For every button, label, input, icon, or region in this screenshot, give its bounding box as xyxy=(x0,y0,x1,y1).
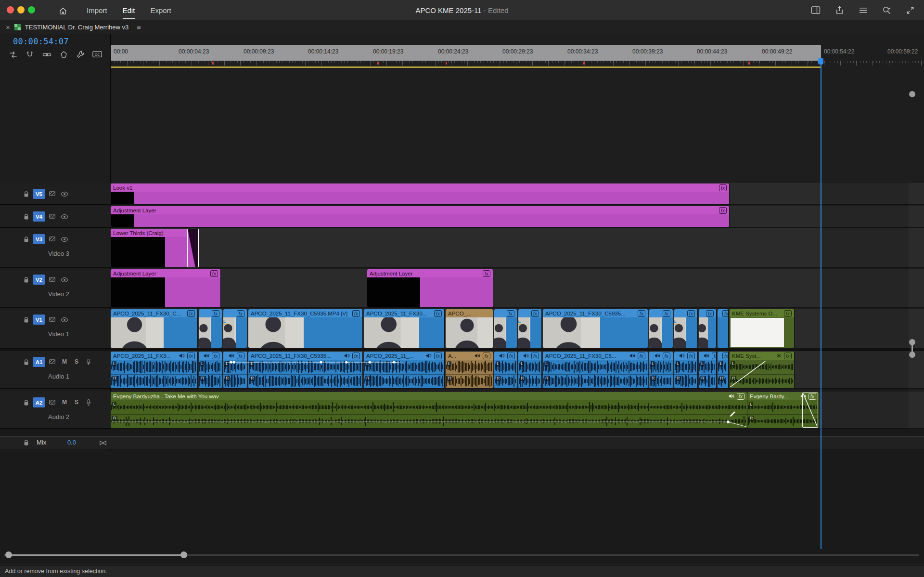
horizontal-scrollbar-thumb[interactable] xyxy=(9,554,184,556)
timeline-clip[interactable]: fxKME xyxy=(518,309,542,348)
captions-icon[interactable]: CC xyxy=(91,49,103,60)
close-icon[interactable]: × xyxy=(6,24,10,31)
voiceover-record-icon[interactable] xyxy=(86,358,91,366)
menu-edit[interactable]: Edit xyxy=(123,6,135,14)
timeline-clip[interactable]: fx xyxy=(649,309,673,348)
sync-lock-icon[interactable] xyxy=(49,276,56,283)
timeline-clip[interactable]: Evgeny Bardyuzha - Take Me with You.wavf… xyxy=(111,392,747,428)
marker-icon[interactable] xyxy=(58,49,69,60)
timeline-clip[interactable]: fxLR xyxy=(494,352,517,388)
fx-badge[interactable]: fx xyxy=(531,353,539,359)
fx-badge[interactable]: fx xyxy=(507,353,515,359)
solo-button[interactable]: S xyxy=(75,358,78,365)
timeline-clip[interactable]: APCO_2025_11_FX3...fxLR xyxy=(111,352,198,388)
workspace-icon[interactable] xyxy=(810,5,821,15)
timeline-clip[interactable]: KME Syst...fxLR xyxy=(730,352,795,388)
timeline-clip[interactable]: Look v1fx xyxy=(111,184,730,204)
linked-selection-icon[interactable] xyxy=(41,49,52,60)
pan-icon[interactable] xyxy=(99,440,107,446)
fx-badge[interactable]: fx xyxy=(638,310,645,317)
sequence-marker[interactable] xyxy=(583,62,585,65)
zoom-handle-right[interactable] xyxy=(180,551,187,558)
timeline-clip[interactable]: fxLR xyxy=(518,352,542,388)
timeline-clip[interactable]: fxKME xyxy=(223,309,247,348)
timeline-settings-icon[interactable] xyxy=(75,49,86,60)
track-target-v4[interactable]: V4 xyxy=(33,211,45,222)
panel-menu-icon[interactable]: ≡ xyxy=(137,23,141,31)
home-icon[interactable] xyxy=(57,5,69,16)
vertical-scrollbar-handle[interactable] xyxy=(909,339,915,345)
selected-clip-end[interactable] xyxy=(187,229,199,267)
toggle-track-output-icon[interactable] xyxy=(61,317,68,323)
track-lane-v3[interactable] xyxy=(111,228,924,268)
fx-badge[interactable]: fx xyxy=(434,310,442,317)
sync-lock-icon[interactable] xyxy=(49,190,56,197)
track-target-a1[interactable]: A1 xyxy=(33,357,45,367)
timeline-clip[interactable]: Adjustment Layerfx xyxy=(111,206,730,227)
zoom-window-button[interactable] xyxy=(28,6,35,13)
vertical-scrollbar-handle[interactable] xyxy=(909,91,915,97)
snap-icon[interactable] xyxy=(24,49,36,60)
sequence-marker[interactable] xyxy=(748,62,750,65)
fx-badge[interactable]: fx xyxy=(687,310,695,317)
mute-button[interactable]: M xyxy=(62,358,67,365)
timeline-clip[interactable]: APCO_2025_11_FX30_C5935...fxLR xyxy=(248,352,363,388)
menu-import[interactable]: Import xyxy=(87,6,107,14)
timeline-clip[interactable]: fx xyxy=(699,309,717,348)
toggle-track-output-icon[interactable] xyxy=(61,277,68,283)
zoom-tool-icon[interactable] xyxy=(881,5,892,15)
lock-icon[interactable] xyxy=(23,399,29,406)
track-lane-v2[interactable] xyxy=(111,269,924,308)
fx-badge[interactable]: fx xyxy=(722,353,729,359)
vertical-scrollbar-handle[interactable] xyxy=(909,352,915,358)
fx-badge[interactable]: fx xyxy=(434,353,442,359)
sequence-tab[interactable]: TESTIMONIAL Dr. Craig Merrihew v3 xyxy=(25,24,129,31)
fx-badge[interactable]: fx xyxy=(187,310,195,317)
timeline-clip[interactable]: APCO_2025_11_FX30...fx xyxy=(364,309,445,348)
timeline-clip[interactable]: Lower Thirds (Craig)fx xyxy=(111,229,199,267)
fx-badge[interactable]: fx xyxy=(638,353,645,359)
lock-icon[interactable] xyxy=(23,236,29,243)
share-icon[interactable] xyxy=(834,5,845,15)
sequence-marker[interactable] xyxy=(377,62,379,65)
fx-badge[interactable]: fx xyxy=(210,270,218,277)
fx-badge[interactable]: fx xyxy=(719,207,727,214)
timeline-clip[interactable]: APCO_2025_11_FX30_C5935.MP4 [V]fx xyxy=(248,309,363,348)
app-menu-icon[interactable] xyxy=(858,5,868,15)
timeline-clip[interactable]: fxLR xyxy=(223,352,247,388)
timeline-clip[interactable]: A...fxLR xyxy=(446,352,493,388)
sequence-marker[interactable] xyxy=(446,62,447,65)
sequence-marker[interactable] xyxy=(212,62,214,65)
lock-icon[interactable] xyxy=(23,191,29,197)
fx-badge[interactable]: fx xyxy=(237,310,244,317)
fx-badge[interactable]: fx xyxy=(483,270,490,277)
fx-badge[interactable]: fx xyxy=(483,353,490,359)
lock-icon[interactable] xyxy=(23,359,29,366)
timeline-clip[interactable]: APCO_2025_11_FX30_C...fx xyxy=(111,309,198,348)
timeline-clip[interactable]: Adjustment Layerfx xyxy=(367,269,493,307)
track-target-v2[interactable]: V2 xyxy=(33,275,45,285)
timeline-clip[interactable]: fxLR xyxy=(718,352,729,388)
toggle-track-output-icon[interactable] xyxy=(61,191,68,197)
fullscreen-icon[interactable] xyxy=(905,5,915,15)
lock-icon[interactable] xyxy=(23,439,29,446)
fx-badge[interactable]: fx xyxy=(737,393,744,400)
fx-badge[interactable]: fx xyxy=(531,310,539,317)
fx-badge[interactable]: fx xyxy=(237,353,244,359)
fx-badge[interactable]: fx xyxy=(507,310,514,317)
voiceover-record-icon[interactable] xyxy=(86,399,91,406)
timeline-clip[interactable]: APCO_2025_11_FX30_C5...fxLR xyxy=(543,352,648,388)
fx-badge[interactable]: fx xyxy=(212,310,219,317)
track-select-icon[interactable] xyxy=(7,49,19,60)
fx-badge[interactable]: fx xyxy=(212,353,219,359)
track-target-v3[interactable]: V3 xyxy=(33,234,45,244)
timeline-clip[interactable]: Evgeny Bardy...fxLR xyxy=(747,392,819,428)
sync-lock-icon[interactable] xyxy=(49,213,56,220)
toggle-track-output-icon[interactable] xyxy=(61,214,68,220)
playhead[interactable] xyxy=(821,58,821,549)
timeline-clip[interactable]: fx xyxy=(718,309,729,348)
sync-lock-icon[interactable] xyxy=(49,358,56,365)
timeline-clip[interactable]: fxLR xyxy=(199,352,222,388)
timeline-clip[interactable]: fxKME xyxy=(674,309,698,348)
track-target-a2[interactable]: A2 xyxy=(33,397,45,407)
